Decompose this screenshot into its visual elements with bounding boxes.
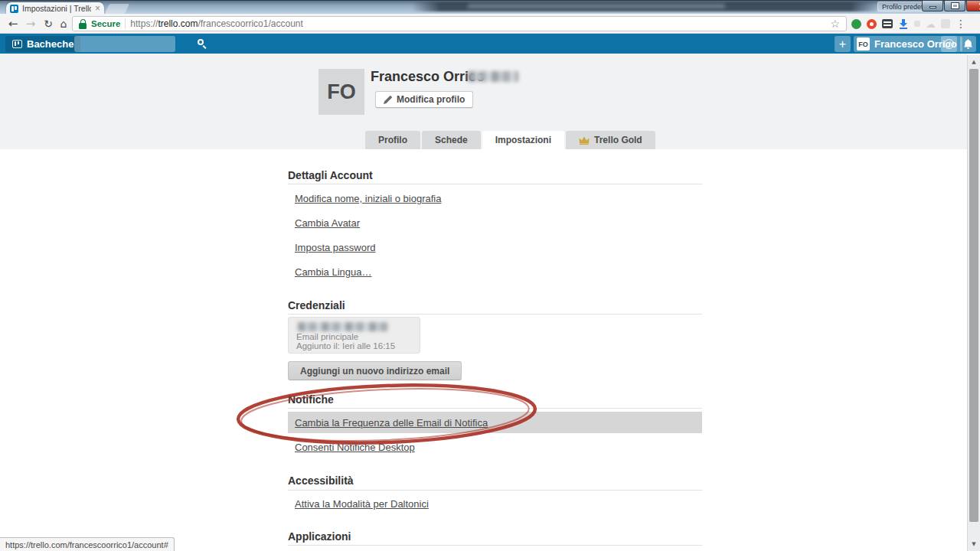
email-primary-label: Email principale (296, 332, 358, 341)
close-window-button[interactable] (966, 1, 980, 11)
edit-profile-label: Modifica profilo (397, 94, 465, 105)
forward-icon: → (24, 14, 38, 34)
header-avatar: FO (857, 37, 870, 51)
link-change-avatar[interactable]: Cambia Avatar (295, 217, 360, 229)
extension-red-icon[interactable] (867, 19, 877, 29)
section-title-applications: Applicazioni (288, 530, 351, 543)
section-title-account: Dettagli Account (288, 169, 373, 181)
tab-close-icon[interactable]: × (95, 4, 100, 13)
cloud-icon[interactable]: ☁ (926, 18, 936, 30)
email-card: Email principale Aggiunto il: Ieri alle … (288, 317, 420, 354)
link-email-frequency[interactable]: Cambia la Frequenza delle Email di Notif… (295, 417, 488, 429)
tab-impostazioni[interactable]: Impostazioni (482, 131, 564, 149)
blurred-username (468, 71, 518, 82)
boards-button[interactable]: Bacheche (5, 36, 80, 52)
minimize-window-button[interactable] (922, 1, 943, 11)
search-input[interactable] (79, 36, 198, 52)
bookmark-star-icon[interactable]: ☆ (830, 18, 840, 30)
extensions-area: ☁ ⋮ (851, 14, 966, 34)
background-window-title-blur (412, 2, 879, 11)
status-url-tooltip: https://trello.com/francescoorrico1/acco… (0, 537, 175, 551)
profile-avatar: FO (318, 69, 364, 115)
link-edit-name[interactable]: Modifica nome, iniziali o biografia (295, 193, 441, 204)
extension-dark-icon[interactable] (882, 19, 893, 28)
omnibox-divider (125, 18, 126, 29)
board-icon (12, 40, 22, 48)
home-icon[interactable]: ⌂ (57, 14, 70, 34)
new-tab-button[interactable] (105, 4, 129, 14)
pencil-icon (384, 96, 392, 104)
tab-profilo[interactable]: Profilo (365, 131, 420, 149)
edit-profile-button[interactable]: Modifica profilo (375, 91, 473, 108)
divider (288, 490, 702, 491)
secure-label: Secure (91, 19, 120, 28)
notifications-button[interactable] (960, 36, 976, 52)
extension-green-icon[interactable] (851, 19, 861, 29)
section-title-credentials: Credenziali (288, 299, 345, 311)
link-change-language[interactable]: Cambia Lingua… (295, 266, 371, 278)
crown-icon (579, 136, 590, 145)
tab-trello-gold[interactable]: Trello Gold (566, 131, 655, 149)
trello-header: Bacheche Trello + FO Francesco Orrico i (0, 34, 980, 54)
window-titlebar: Impostazioni | Trello × Profilo predet..… (0, 0, 980, 14)
divider (288, 408, 702, 409)
extension-gray-icon[interactable] (941, 19, 950, 28)
link-colorblind-mode[interactable]: Attiva la Modalità per Daltonici (295, 498, 429, 510)
link-set-password[interactable]: Imposta password (295, 242, 376, 253)
back-icon[interactable]: ← (6, 14, 20, 34)
link-desktop-notifications[interactable]: Consenti Notifiche Desktop (295, 442, 415, 453)
add-email-button[interactable]: Aggiungi un nuovo indirizzo email (288, 361, 462, 380)
tab-schede[interactable]: Schede (422, 131, 481, 149)
padlock-icon (79, 19, 87, 29)
download-icon[interactable] (898, 18, 909, 29)
page-scrollbar[interactable]: ▲ ▼ (967, 55, 980, 551)
divider (288, 184, 702, 184)
browser-menu-icon[interactable]: ⋮ (956, 18, 966, 30)
url-text: https://trello.com/francescoorrico1/acco… (130, 18, 825, 29)
address-bar[interactable]: Secure https://trello.com/francescoorric… (72, 16, 847, 31)
tab-title: Impostazioni | Trello (22, 4, 91, 13)
boards-button-label: Bacheche (27, 38, 74, 50)
scrollbar-thumb[interactable] (969, 69, 978, 522)
divider (288, 545, 702, 546)
blurred-email-address (298, 322, 388, 331)
scroll-down-icon[interactable]: ▼ (968, 538, 980, 550)
section-title-notifications: Notifiche (288, 393, 334, 406)
profile-tabs: Profilo Schede Impostazioni Trello Gold (365, 131, 655, 149)
browser-toolbar: ← → ↻ ⌂ Secure https://trello.com/france… (0, 14, 980, 34)
search-icon[interactable] (198, 39, 207, 49)
highlighted-row[interactable]: Cambia la Frequenza delle Email di Notif… (288, 412, 702, 433)
trello-favicon-icon (10, 5, 18, 13)
add-board-button[interactable]: + (835, 36, 851, 52)
email-added-label: Aggiunto il: Ieri alle 16:15 (296, 341, 395, 350)
header-search[interactable] (74, 36, 175, 52)
info-icon: i (944, 39, 954, 49)
extension-small-icon[interactable] (914, 21, 920, 27)
reload-icon[interactable]: ↻ (41, 14, 55, 34)
section-title-accessibility: Accessibilità (288, 474, 354, 487)
scroll-up-icon[interactable]: ▲ (968, 56, 980, 68)
browser-tab[interactable]: Impostazioni | Trello × (6, 2, 104, 15)
restore-window-button[interactable] (944, 1, 965, 11)
bell-icon (963, 39, 973, 50)
divider (288, 314, 702, 315)
window-controls (921, 1, 980, 11)
info-button[interactable]: i (941, 36, 957, 52)
tab-trello-gold-label: Trello Gold (594, 135, 642, 145)
